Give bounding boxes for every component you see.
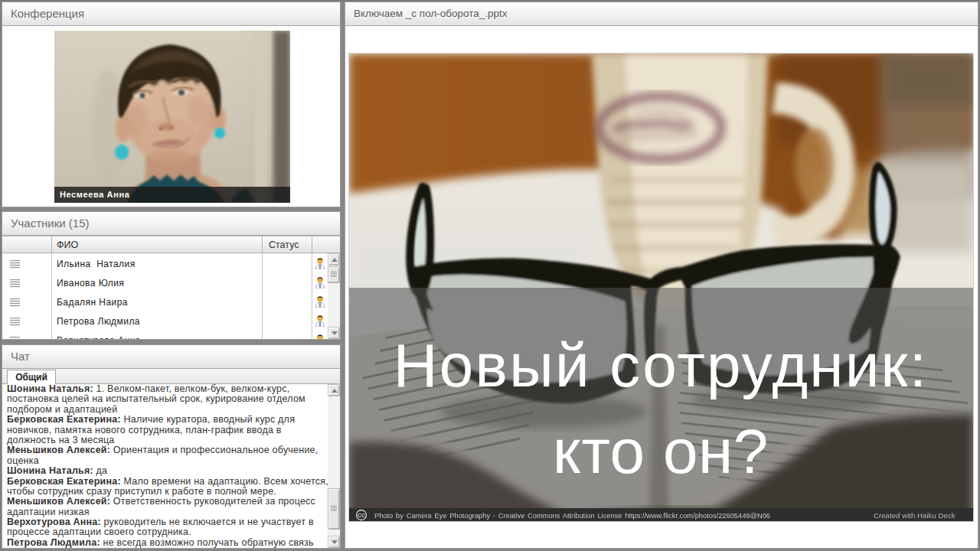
svg-text:CC: CC (358, 513, 365, 518)
svg-text:Новый сотрудник:: Новый сотрудник: (394, 331, 928, 399)
svg-text:кто он?: кто он? (553, 416, 769, 486)
svg-text:Created with Haiku Deck: Created with Haiku Deck (874, 511, 956, 520)
svg-text:Photo by Camera Eye Photogr: Photo by Camera Eye Photography - Creati… (374, 512, 770, 520)
